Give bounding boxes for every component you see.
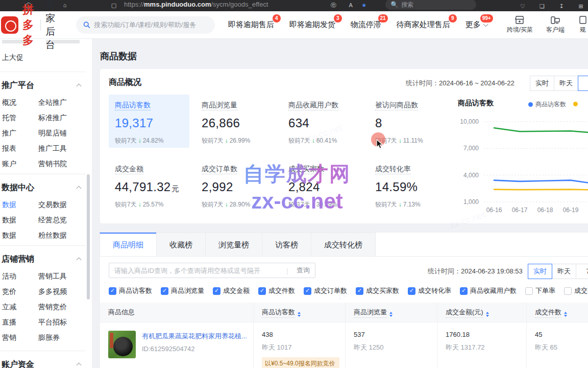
quick-link-client[interactable]: 客户端 <box>546 15 565 34</box>
checkbox-icon[interactable] <box>213 287 220 295</box>
header-search-input[interactable] <box>94 21 207 29</box>
checkbox-icon[interactable] <box>304 287 311 295</box>
header-nav-item[interactable]: 即将逾期发货3 <box>289 20 335 30</box>
metric-checkbox[interactable]: 下单率 <box>525 286 555 295</box>
sidebar-item[interactable]: 托管 <box>0 113 36 123</box>
header-nav-item[interactable]: 物流停滞21 <box>351 20 381 30</box>
sidebar-item[interactable]: 经营总览 <box>36 216 92 225</box>
sidebar-item[interactable]: 立减 <box>0 303 36 312</box>
checkbox-icon[interactable] <box>161 287 168 295</box>
sidebar-item[interactable]: 报表 <box>0 144 36 153</box>
product-id-input[interactable] <box>109 263 278 278</box>
text-size-icon[interactable]: A <box>347 1 355 9</box>
metric-checkbox[interactable]: 成交金额 <box>213 286 250 295</box>
range-button-yesterday[interactable]: 昨天 <box>552 264 576 279</box>
tab[interactable]: 浏览量榜 <box>205 233 262 256</box>
tab[interactable]: 访客榜 <box>262 233 311 256</box>
range-button-yesterday[interactable]: 昨天 <box>554 76 578 91</box>
address-bar[interactable]: https://mms.pinduoduo.com/sycm/goods_eff… <box>124 1 268 8</box>
stat-card[interactable]: 商品收藏用户数 634 较前7天↓60.41% <box>282 95 363 148</box>
tab[interactable]: 商品明细 <box>100 233 157 256</box>
range-button-realtime[interactable]: 实时 <box>528 264 552 279</box>
browser-profile-icon[interactable]: ⓔ <box>329 1 337 9</box>
sidebar-item[interactable]: 概况 <box>0 98 36 107</box>
column-header[interactable]: 成交金额(元) <box>437 303 526 322</box>
checkbox-icon[interactable] <box>525 287 533 295</box>
sidebar-section-promotion[interactable]: 推广平台 <box>0 74 92 95</box>
sidebar-item[interactable]: 营销书院 <box>36 159 92 169</box>
header-nav-more[interactable]: 更多 99+ <box>465 20 486 30</box>
quick-link-rules-truncated[interactable]: 规 <box>578 15 588 34</box>
header-nav-item[interactable]: 即将逾期售后4 <box>228 20 274 30</box>
header-nav-item[interactable]: 待商家处理售后9 <box>397 20 450 30</box>
sidebar-section-data-center[interactable]: 数据中心 <box>0 176 92 197</box>
metric-checkbox[interactable]: 商品收藏用户数 <box>460 286 517 295</box>
column-header[interactable]: 商品浏览量 <box>345 303 437 322</box>
metric-checkbox[interactable]: 成交转化率 <box>408 286 451 295</box>
tab[interactable]: 收藏榜 <box>156 233 206 256</box>
bookmark-star-icon[interactable]: ★ <box>360 1 368 9</box>
metric-checkbox[interactable]: 成交率 <box>564 286 588 295</box>
metric-checkbox[interactable]: 成交订单数 <box>304 286 347 295</box>
range-button-realtime[interactable]: 实时 <box>530 76 554 91</box>
sidebar-item[interactable]: 推广工具 <box>36 144 92 153</box>
checkbox-icon[interactable] <box>564 287 572 295</box>
sidebar-scrollbar[interactable] <box>87 174 90 300</box>
product-title-link[interactable]: 有机肥瓜果蔬菜花肥料家用养花植... <box>142 332 247 341</box>
metric-checkbox[interactable]: 成交件数 <box>258 286 295 295</box>
collections-icon[interactable]: ⊞ <box>577 2 585 10</box>
quick-link-crossborder[interactable]: 跨境/买菜 <box>507 15 533 34</box>
sidebar-item[interactable]: 营销工具 <box>36 272 92 281</box>
home-icon[interactable]: ⌂ <box>61 1 69 9</box>
sidebar-item[interactable]: 账户 <box>0 159 36 169</box>
checkbox-icon[interactable] <box>109 287 116 295</box>
sidebar-item[interactable]: 粉丝数据 <box>36 231 92 240</box>
browser-search[interactable]: 🔍 搜索 <box>385 0 476 10</box>
page-info-icon[interactable]: ▢ <box>110 1 118 9</box>
sidebar-item[interactable]: 平台招标 <box>36 318 92 327</box>
sidebar-item[interactable]: 数据 <box>0 231 36 240</box>
stat-card[interactable]: 被访问商品数 8 较前7天↓11.11% <box>369 95 450 148</box>
metric-checkbox[interactable]: 成交买家数 <box>356 286 399 295</box>
range-button-7days[interactable]: 7 <box>578 76 588 91</box>
sidebar-item[interactable]: 活动 <box>0 272 36 281</box>
sidebar-item[interactable]: 数据 <box>0 216 36 225</box>
sidebar-item[interactable]: 多多视频 <box>36 287 92 296</box>
product-image[interactable] <box>108 331 136 358</box>
pinduoduo-logo-icon[interactable] <box>1 16 18 34</box>
favorites-icon[interactable]: ♡ <box>519 2 527 10</box>
downloads-icon[interactable]: ↧ <box>557 2 566 10</box>
sidebar-item[interactable]: 交易数据 <box>36 200 92 210</box>
stat-card[interactable]: 成交金额 44,791.32元 较前7天↓25.57% <box>109 158 189 212</box>
sidebar-section-account-funds[interactable]: 账户资金 <box>0 353 92 368</box>
sidebar-item[interactable]: 营销竞价 <box>36 303 92 312</box>
metric-checkbox[interactable]: 商品浏览量 <box>161 286 204 295</box>
range-button-7days[interactable]: 7 <box>576 264 588 279</box>
sidebar-item[interactable]: 推广 <box>0 129 36 138</box>
sidebar-item-promo[interactable]: 上大促 <box>0 49 92 70</box>
logo-text[interactable]: 拼多多 <box>22 2 35 48</box>
checkbox-icon[interactable] <box>408 287 415 295</box>
stat-card[interactable]: 商品浏览量 26,866 较前7天↓26.99% <box>195 95 276 148</box>
metric-checkbox[interactable]: 商品访客数 <box>109 286 152 295</box>
checkbox-icon[interactable] <box>460 287 468 295</box>
column-header[interactable]: 成交件数 <box>526 303 588 322</box>
sidebar-section-shop-marketing[interactable]: 店铺营销 <box>0 248 92 269</box>
tab[interactable]: 成交转化榜 <box>311 233 376 256</box>
stat-card[interactable]: 成交转化率 14.59% 较前7天↓7.13% <box>369 158 450 212</box>
sidebar-item[interactable]: 直播 <box>0 318 36 327</box>
split-screen-icon[interactable]: ❏ <box>538 2 546 10</box>
sidebar-item[interactable]: 标准推广 <box>36 113 92 123</box>
stat-card[interactable]: 成交订单数 2,992 较前7天↓28.90% <box>195 158 276 212</box>
sidebar-item[interactable]: 全站推广 <box>36 98 92 107</box>
stat-card[interactable]: 成交买家数 2,824 较前7天↓30.19% <box>282 158 363 212</box>
stat-card[interactable]: 商品访客数 19,317 较前7天↓24.82% <box>109 95 189 148</box>
header-search[interactable] <box>76 16 215 34</box>
checkbox-icon[interactable] <box>258 287 266 295</box>
sidebar-item[interactable]: 数据 <box>0 200 36 210</box>
bid-promo-tag[interactable]: 以¥0.5~49.0报名同款竞价 <box>262 357 339 368</box>
query-button[interactable]: 查询 <box>297 266 310 275</box>
checkbox-icon[interactable] <box>356 287 363 295</box>
column-header[interactable]: 商品访客数 <box>253 303 345 322</box>
sidebar-item[interactable]: 膨胀券 <box>36 333 92 342</box>
